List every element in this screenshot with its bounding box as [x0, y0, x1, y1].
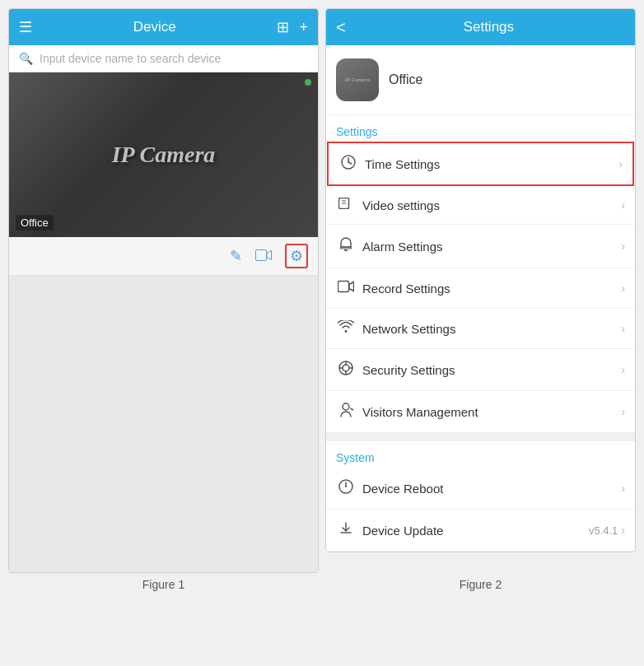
- fig1-header: ☰ Device ⊞ +: [9, 9, 318, 45]
- security-settings-item[interactable]: Security Settings ›: [326, 349, 635, 391]
- search-icon: 🔍: [19, 52, 33, 65]
- time-chevron: ›: [618, 157, 623, 170]
- fig1-title: Device: [32, 19, 277, 35]
- search-bar[interactable]: 🔍 Input device name to search device: [9, 45, 318, 72]
- figure-2-label: Figure 2: [325, 573, 636, 599]
- time-settings-item[interactable]: Time Settings ›: [327, 142, 634, 186]
- add-icon[interactable]: +: [299, 19, 308, 36]
- fig2-title: Settings: [352, 19, 625, 35]
- time-settings-label: Time Settings: [365, 157, 618, 171]
- phone-frame-1: ☰ Device ⊞ + 🔍 Input device name to sear…: [8, 8, 319, 573]
- fig1-header-icons: ⊞ +: [277, 18, 308, 36]
- video-chevron: ›: [621, 198, 625, 212]
- security-chevron: ›: [621, 363, 625, 376]
- video-settings-icon: [336, 198, 356, 212]
- menu-icon[interactable]: ☰: [19, 18, 32, 36]
- alarm-chevron: ›: [621, 240, 625, 253]
- camera-label: Office: [16, 215, 54, 231]
- device-info: IP Camera Office: [326, 45, 635, 115]
- visitors-management-item[interactable]: Visitors Management ›: [326, 391, 635, 433]
- update-icon: [336, 521, 356, 539]
- online-dot: [305, 79, 311, 86]
- svg-point-16: [345, 486, 347, 487]
- record-chevron: ›: [621, 282, 625, 295]
- section-separator: [326, 433, 635, 441]
- network-chevron: ›: [621, 322, 625, 335]
- alarm-icon: [336, 236, 356, 256]
- gear-icon: ⚙: [290, 247, 303, 265]
- device-update-value: v5.4.1: [589, 524, 618, 537]
- edit-icon[interactable]: ✎: [230, 247, 242, 265]
- svg-rect-7: [338, 282, 349, 292]
- record-settings-label: Record Settings: [362, 282, 621, 296]
- figure-2: < Settings IP Camera Office Settings: [325, 8, 636, 573]
- network-settings-item[interactable]: Network Settings ›: [326, 309, 635, 349]
- video-settings-label: Video settings: [362, 198, 621, 212]
- visitors-chevron: ›: [621, 405, 625, 418]
- settings-section-label: Settings: [326, 115, 635, 142]
- fig2-header: < Settings: [326, 9, 635, 45]
- fig1-toolbar: ✎ ⚙: [9, 237, 318, 276]
- grid-icon[interactable]: ⊞: [277, 18, 289, 36]
- record-settings-item[interactable]: Record Settings ›: [326, 268, 635, 309]
- camera-watermark: IP Camera: [112, 142, 216, 168]
- svg-rect-0: [256, 249, 267, 260]
- device-icon: IP Camera: [336, 58, 379, 101]
- record-icon: [336, 280, 356, 296]
- network-settings-label: Network Settings: [362, 322, 621, 336]
- figure-1: ☰ Device ⊞ + 🔍 Input device name to sear…: [8, 8, 319, 573]
- reboot-chevron: ›: [621, 482, 625, 495]
- device-reboot-label: Device Reboot: [362, 482, 621, 496]
- svg-point-9: [343, 365, 349, 371]
- gear-icon-highlighted[interactable]: ⚙: [285, 244, 308, 268]
- visitors-management-label: Visitors Management: [362, 405, 621, 419]
- alarm-settings-item[interactable]: Alarm Settings ›: [326, 225, 635, 268]
- device-update-label: Device Update: [362, 524, 589, 538]
- system-section-label: System: [326, 441, 635, 468]
- device-name: Office: [389, 72, 423, 87]
- visitors-icon: [336, 403, 356, 421]
- back-button[interactable]: <: [336, 18, 346, 37]
- figure-1-label: Figure 1: [8, 573, 319, 599]
- update-chevron: ›: [621, 524, 625, 537]
- video-settings-item[interactable]: Video settings ›: [326, 186, 635, 225]
- time-icon: [338, 155, 358, 173]
- video-icon[interactable]: [255, 248, 272, 265]
- svg-line-3: [348, 162, 352, 164]
- alarm-settings-label: Alarm Settings: [362, 240, 621, 254]
- security-settings-label: Security Settings: [362, 363, 621, 377]
- device-update-item[interactable]: Device Update v5.4.1 ›: [326, 510, 635, 552]
- figure-labels: Figure 1 Figure 2: [0, 573, 644, 599]
- security-icon: [336, 361, 356, 379]
- reboot-icon: [336, 479, 356, 497]
- device-reboot-item[interactable]: Device Reboot ›: [326, 468, 635, 510]
- fig1-body: [9, 276, 318, 572]
- camera-preview: IP Camera Office: [9, 72, 318, 237]
- phone-frame-2: < Settings IP Camera Office Settings: [325, 8, 636, 552]
- network-icon: [336, 320, 356, 337]
- search-placeholder: Input device name to search device: [40, 52, 221, 65]
